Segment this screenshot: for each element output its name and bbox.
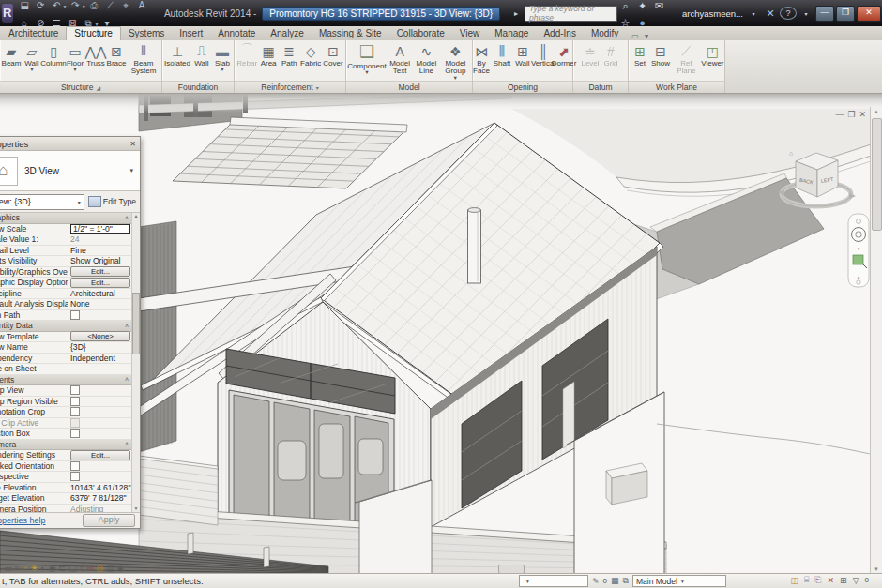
component-dropdown-icon[interactable]: ▼ — [364, 70, 369, 76]
palette-header[interactable]: Properties ✕ — [0, 137, 140, 151]
by-face-button[interactable]: ⋈By Face — [471, 41, 492, 76]
wall-opening-button[interactable]: ⊞Wall — [512, 41, 533, 68]
section-collapse-icon[interactable]: ˄ — [125, 441, 129, 447]
design-options-dialog-icon[interactable]: ⧉ — [623, 576, 629, 586]
section-identity-data[interactable]: Identity Data˄ — [0, 321, 132, 332]
view-selector-arrow-icon[interactable]: ▾ — [78, 199, 81, 205]
workset-arrow-icon[interactable]: ▾ — [526, 579, 529, 584]
tab-insert[interactable]: Insert — [172, 27, 210, 40]
design-option-arrow-icon[interactable]: ▾ — [681, 579, 684, 584]
reveal-hidden-elements-icon[interactable]: ◎ — [97, 564, 104, 573]
property-value[interactable]: Edit... — [68, 266, 132, 277]
switch-windows-icon[interactable]: ⧉ — [82, 16, 96, 31]
communication-center-icon[interactable]: ✉ — [652, 0, 667, 13]
property-value[interactable] — [68, 385, 132, 395]
show-rendering-dialog-icon[interactable]: ◉ — [49, 564, 56, 573]
favorites-icon[interactable]: ☆ — [618, 16, 633, 31]
property-value[interactable]: 24 — [68, 234, 132, 244]
view-close-icon[interactable]: ✕ — [859, 110, 866, 119]
undo-icon[interactable]: ↶ — [50, 0, 64, 13]
close-button[interactable]: ✕ — [857, 6, 881, 22]
property-value[interactable]: None — [68, 299, 132, 309]
search-input[interactable]: Type a keyword or phrase — [525, 6, 617, 22]
show-crop-region-icon[interactable]: ▢ — [68, 564, 77, 573]
section-icon[interactable]: ⊘ — [34, 16, 48, 31]
panel-dropdown-icon[interactable]: ▾ — [316, 84, 319, 91]
fabric-button[interactable]: ◇Fabric — [299, 41, 322, 68]
floor-button[interactable]: ▭Floor▼ — [65, 41, 85, 73]
property-value[interactable] — [68, 418, 132, 428]
foundation-wall-button[interactable]: ⎍Wall — [191, 41, 212, 68]
detail-level-icon[interactable]: ≡ — [15, 564, 20, 573]
wall-dropdown-icon[interactable]: ▼ — [29, 68, 34, 73]
viewcube-home-icon[interactable]: ⌂ — [789, 150, 793, 157]
text-icon[interactable]: A — [135, 0, 149, 13]
print-icon[interactable]: ⎙ — [87, 0, 101, 13]
slab-dropdown-icon[interactable]: ▼ — [220, 68, 224, 73]
property-checkbox[interactable] — [70, 472, 80, 481]
property-checkbox[interactable] — [70, 385, 80, 395]
help-icon[interactable]: ? — [780, 7, 797, 20]
minimize-button[interactable]: — — [815, 6, 834, 22]
view-restore-icon[interactable]: ❐ — [847, 110, 855, 119]
property-value[interactable]: Show Original — [68, 256, 132, 265]
property-value[interactable] — [68, 310, 132, 320]
sync-icon[interactable]: ⟳ — [34, 0, 48, 13]
cover-button[interactable]: ⊡Cover — [322, 41, 343, 68]
section-collapse-icon[interactable]: ˄ — [125, 323, 129, 329]
tab-massing-site[interactable]: Massing & Site — [312, 27, 389, 40]
property-value[interactable]: 6379' 7 81/128" — [68, 493, 132, 503]
crop-view-icon[interactable]: ⊏ — [59, 564, 67, 573]
property-value[interactable]: <None> — [68, 331, 132, 341]
highlight-displacement-icon[interactable]: ◈ — [117, 564, 124, 573]
undo-dropdown-icon[interactable]: ▾ — [64, 4, 67, 9]
view-minimize-icon[interactable]: — — [835, 110, 844, 119]
section-graphics[interactable]: Graphics˄ — [0, 213, 132, 224]
property-value[interactable] — [68, 397, 132, 406]
temporary-hide-isolate-icon[interactable]: ∞ — [87, 564, 93, 573]
sign-in-avatar-icon[interactable]: ● — [635, 15, 650, 30]
design-option-select[interactable]: Main Model ▾ — [632, 575, 726, 587]
palette-scrollbar[interactable]: ▲ ▼ — [131, 213, 140, 512]
redo-dropdown-icon[interactable]: ▾ — [83, 4, 85, 9]
property-value[interactable] — [68, 472, 132, 481]
beam-system-button[interactable]: ⫴Beam System — [127, 41, 160, 76]
subscription-center-icon[interactable]: ✦ — [635, 0, 650, 13]
save-icon[interactable]: ⬓ — [18, 0, 32, 13]
set-button[interactable]: ⊞Set — [630, 41, 650, 68]
exclude-options-icon[interactable]: ✕ — [828, 576, 835, 585]
property-value[interactable]: Fine — [68, 246, 132, 255]
vertical-scrollbar[interactable]: ▲ ▼ — [870, 107, 882, 574]
search-go-icon[interactable]: ⌕ — [618, 0, 633, 13]
application-menu-button[interactable]: R — [2, 4, 13, 23]
section-collapse-icon[interactable]: ˄ — [125, 376, 129, 383]
property-value[interactable] — [68, 461, 132, 471]
aligned-dimension-icon[interactable]: ⌖ — [119, 0, 133, 13]
wall-button[interactable]: ▱Wall▼ — [22, 41, 42, 73]
property-value[interactable] — [68, 429, 132, 438]
exchange-apps-icon[interactable]: ✕ — [763, 6, 778, 21]
palette-scroll-thumb[interactable] — [132, 293, 140, 354]
property-checkbox[interactable] — [70, 429, 80, 438]
model-text-button[interactable]: AModel Text — [387, 41, 413, 76]
worksets-icon[interactable]: ▦ — [611, 576, 619, 586]
section-camera[interactable]: Camera˄ — [0, 440, 132, 451]
tab-analyze[interactable]: Analyze — [263, 27, 312, 40]
brace-button[interactable]: ⊠Brace — [106, 41, 127, 68]
help-dropdown-icon[interactable]: ▾ — [798, 6, 814, 21]
switch-windows-dropdown-icon[interactable]: ▾ — [96, 22, 99, 27]
user-dropdown-icon[interactable]: ▾ — [746, 6, 761, 21]
view-filter-select[interactable]: View: {3D} ▾ — [0, 194, 84, 210]
signin-user[interactable]: archyasmeen... — [682, 8, 743, 19]
property-value[interactable]: Edit... — [68, 450, 132, 460]
section-collapse-icon[interactable]: ˄ — [125, 215, 129, 221]
editable-only-icon[interactable]: ✎ — [592, 577, 600, 586]
property-edit-button[interactable]: Edit... — [70, 266, 130, 277]
tab-view[interactable]: View — [452, 27, 488, 40]
beam-button[interactable]: ▰Beam — [1, 41, 22, 68]
type-selector[interactable]: ⌂ 3D View ▾ — [0, 151, 140, 191]
tab-collaborate[interactable]: Collaborate — [389, 27, 452, 40]
edit-type-button[interactable]: Edit Type — [88, 196, 136, 207]
property-value[interactable]: Independent — [68, 354, 132, 363]
property-checkbox[interactable] — [70, 397, 80, 406]
